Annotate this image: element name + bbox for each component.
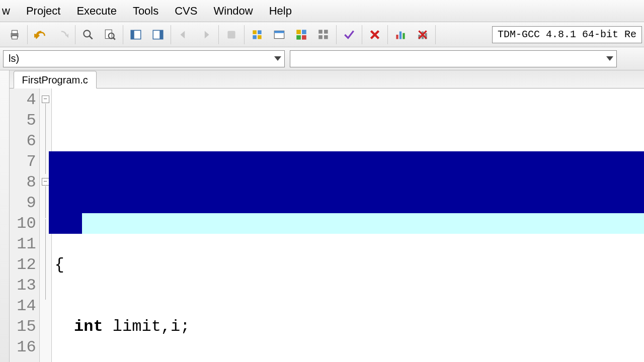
svg-rect-28 <box>399 31 401 39</box>
line-gutter: 4 5 6 7 8 9 10 11 12 13 14 15 16 <box>10 88 40 362</box>
menu-item-w[interactable]: w <box>0 1 18 22</box>
tab-firstprogram[interactable]: FirstProgram.c <box>14 71 97 88</box>
close-red-icon[interactable] <box>366 26 383 43</box>
svg-rect-14 <box>258 30 262 34</box>
code-content[interactable]: { int limit,i; printf("\n This program w… <box>52 88 644 362</box>
redo-icon[interactable] <box>54 26 71 43</box>
class-dropdown[interactable]: ls) <box>3 50 285 67</box>
run-icon[interactable] <box>271 26 288 43</box>
profile-icon[interactable] <box>392 26 409 43</box>
svg-rect-21 <box>296 35 301 40</box>
svg-rect-12 <box>227 31 235 38</box>
print-icon[interactable] <box>6 26 23 43</box>
editor-area: FirstProgram.c 4 5 6 7 8 9 10 11 12 13 1… <box>10 70 644 362</box>
class-dropdown-value: ls) <box>9 53 19 64</box>
stop-icon[interactable] <box>223 26 240 43</box>
rebuild-icon[interactable] <box>315 26 332 43</box>
menu-item-tools[interactable]: Tools <box>125 1 167 22</box>
svg-line-7 <box>113 37 115 39</box>
menubar: w Project Execute Tools CVS Window Help <box>0 0 644 22</box>
function-dropdown[interactable] <box>290 50 617 67</box>
svg-rect-1 <box>12 30 18 34</box>
find-in-files-icon[interactable] <box>102 26 119 43</box>
svg-rect-23 <box>318 30 323 34</box>
compile-run-icon[interactable] <box>293 26 310 43</box>
chevron-down-icon <box>274 56 281 61</box>
check-icon[interactable] <box>341 26 358 43</box>
svg-rect-25 <box>318 35 323 39</box>
workspace: FirstProgram.c 4 5 6 7 8 9 10 11 12 13 1… <box>0 70 644 362</box>
delete-profile-icon[interactable] <box>414 26 431 43</box>
svg-rect-24 <box>324 30 328 34</box>
find-icon[interactable] <box>79 26 97 43</box>
svg-rect-26 <box>324 35 328 39</box>
undo-icon[interactable] <box>32 26 49 43</box>
svg-line-4 <box>89 36 93 39</box>
svg-rect-2 <box>12 36 18 39</box>
svg-rect-20 <box>302 30 306 34</box>
code-view[interactable]: 4 5 6 7 8 9 10 11 12 13 14 15 16 − − <box>10 88 644 362</box>
sidebar[interactable] <box>0 70 10 362</box>
menu-item-project[interactable]: Project <box>18 1 68 22</box>
fold-toggle-icon[interactable]: − <box>42 178 49 186</box>
menu-item-window[interactable]: Window <box>205 1 261 22</box>
chevron-down-icon <box>606 56 613 61</box>
nav-forward-icon[interactable] <box>197 26 214 43</box>
svg-rect-27 <box>396 35 398 39</box>
menu-item-cvs[interactable]: CVS <box>167 1 205 22</box>
dropdown-row: ls) <box>0 47 644 70</box>
toolbar: TDM-GCC 4.8.1 64-bit Re <box>0 22 644 47</box>
svg-rect-22 <box>302 35 306 40</box>
svg-rect-13 <box>253 30 257 34</box>
menu-item-execute[interactable]: Execute <box>68 1 125 22</box>
compiler-label: TDM-GCC 4.8.1 64-bit Re <box>498 29 636 40</box>
svg-rect-16 <box>258 35 262 39</box>
fold-toggle-icon[interactable]: − <box>42 96 49 103</box>
svg-rect-19 <box>296 30 301 34</box>
panel-left-icon[interactable] <box>127 26 144 43</box>
svg-rect-15 <box>253 35 257 39</box>
svg-rect-29 <box>403 33 405 39</box>
svg-rect-18 <box>274 31 284 33</box>
compile-icon[interactable] <box>249 26 266 43</box>
menu-item-help[interactable]: Help <box>261 1 300 22</box>
panel-right-icon[interactable] <box>149 26 167 43</box>
svg-rect-11 <box>159 30 163 39</box>
compiler-selector[interactable]: TDM-GCC 4.8.1 64-bit Re <box>492 26 642 43</box>
svg-rect-9 <box>131 30 134 39</box>
tab-row: FirstProgram.c <box>10 70 644 88</box>
nav-back-icon[interactable] <box>175 26 192 43</box>
